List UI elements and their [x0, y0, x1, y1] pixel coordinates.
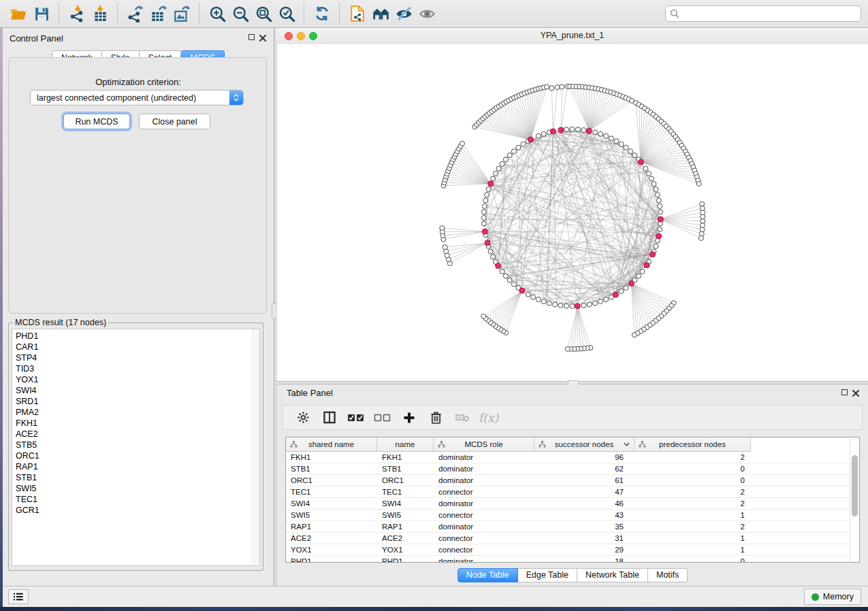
- mcds-node[interactable]: [488, 181, 494, 186]
- column-header-shared-name[interactable]: shared name: [286, 437, 377, 451]
- show-graphics-details-button[interactable]: [415, 3, 438, 24]
- cell-name[interactable]: TEC1: [377, 486, 434, 497]
- cell-shared-name[interactable]: RAP1: [286, 521, 377, 532]
- cell-MCDS-role[interactable]: connector: [434, 533, 534, 544]
- cell-predecessor-nodes[interactable]: 1: [634, 510, 751, 521]
- mcds-node[interactable]: [575, 303, 580, 309]
- cell-shared-name[interactable]: YOX1: [286, 544, 377, 555]
- deselect-all-columns-button[interactable]: [372, 408, 393, 427]
- refresh-button[interactable]: [310, 3, 334, 24]
- column-header-successor-nodes[interactable]: successor nodes: [534, 437, 634, 451]
- show-column-button[interactable]: [319, 408, 340, 427]
- open-session-button[interactable]: [7, 3, 30, 24]
- export-table-button[interactable]: [147, 3, 170, 24]
- cell-name[interactable]: SWI4: [377, 498, 434, 509]
- cell-predecessor-nodes[interactable]: 2: [634, 521, 751, 532]
- mcds-node[interactable]: [628, 281, 634, 286]
- cell-MCDS-role[interactable]: connector: [434, 510, 534, 521]
- mcds-result-item[interactable]: PHD1: [12, 331, 251, 342]
- mcds-node[interactable]: [550, 129, 556, 134]
- cell-predecessor-nodes[interactable]: 1: [634, 533, 751, 544]
- cell-name[interactable]: ORC1: [377, 475, 434, 486]
- export-network-button[interactable]: [124, 3, 147, 24]
- cell-MCDS-role[interactable]: dominator: [434, 452, 534, 463]
- cell-MCDS-role[interactable]: dominator: [434, 521, 534, 532]
- cell-shared-name[interactable]: SWI4: [286, 498, 377, 509]
- save-session-button[interactable]: [30, 3, 53, 24]
- mcds-result-item[interactable]: SRD1: [12, 396, 251, 407]
- tab-motifs[interactable]: Motifs: [648, 568, 688, 582]
- hide-graphics-details-button[interactable]: [392, 3, 415, 24]
- mcds-result-item[interactable]: CAR1: [12, 342, 251, 352]
- cell-predecessor-nodes[interactable]: 0: [634, 463, 751, 474]
- zoom-out-button[interactable]: [229, 3, 252, 24]
- tab-edge-table[interactable]: Edge Table: [518, 568, 577, 582]
- cell-successor-nodes[interactable]: 35: [534, 521, 634, 532]
- zoom-in-button[interactable]: [206, 3, 229, 24]
- mcds-node[interactable]: [644, 263, 649, 268]
- cell-MCDS-role[interactable]: dominator: [434, 475, 534, 486]
- show-task-history-button[interactable]: [8, 589, 29, 604]
- mcds-result-scrollbar[interactable]: [251, 329, 260, 566]
- function-builder-button[interactable]: f(x): [479, 411, 498, 425]
- create-column-button[interactable]: [399, 408, 419, 427]
- cell-predecessor-nodes[interactable]: 2: [634, 486, 751, 497]
- cell-successor-nodes[interactable]: 29: [534, 544, 634, 555]
- mcds-node[interactable]: [519, 288, 525, 293]
- mcds-result-item[interactable]: GCR1: [12, 505, 251, 516]
- mcds-result-item[interactable]: STP4: [12, 352, 251, 363]
- mcds-result-list[interactable]: PHD1CAR1STP4TID3YOX1SWI4SRD1PMA2FKH1ACE2…: [12, 329, 252, 566]
- table-row[interactable]: YOX1YOX1connector291: [286, 544, 859, 556]
- mcds-result-item[interactable]: ORC1: [12, 450, 251, 461]
- cell-shared-name[interactable]: ACE2: [286, 533, 377, 544]
- cell-successor-nodes[interactable]: 47: [534, 486, 634, 497]
- search-input[interactable]: [683, 8, 856, 19]
- mcds-node[interactable]: [586, 128, 592, 133]
- cell-successor-nodes[interactable]: 96: [534, 452, 634, 463]
- mcds-result-item[interactable]: SWI4: [12, 385, 251, 396]
- table-row[interactable]: ORC1ORC1dominator610: [286, 475, 859, 486]
- cell-name[interactable]: STB1: [377, 463, 434, 474]
- import-table-button[interactable]: [89, 3, 112, 24]
- cell-name[interactable]: ACE2: [377, 533, 434, 544]
- table-settings-button[interactable]: [293, 408, 313, 427]
- select-all-columns-button[interactable]: [346, 408, 366, 427]
- mcds-node[interactable]: [658, 216, 663, 222]
- table-scrollbar[interactable]: [850, 437, 859, 562]
- mcds-result-item[interactable]: SWI5: [12, 483, 251, 494]
- birds-eye-view-button[interactable]: [369, 3, 392, 24]
- tab-node-table[interactable]: Node Table: [457, 568, 518, 582]
- memory-button[interactable]: Memory: [804, 589, 861, 605]
- delete-table-button[interactable]: [452, 408, 472, 427]
- cell-successor-nodes[interactable]: 18: [534, 556, 634, 563]
- mcds-node[interactable]: [482, 229, 487, 234]
- cell-successor-nodes[interactable]: 62: [534, 463, 634, 474]
- cell-successor-nodes[interactable]: 61: [534, 475, 634, 486]
- cell-shared-name[interactable]: TEC1: [286, 486, 377, 497]
- mcds-node[interactable]: [613, 292, 618, 297]
- import-network-button[interactable]: [65, 3, 89, 24]
- cell-name[interactable]: FKH1: [377, 452, 434, 463]
- cell-shared-name[interactable]: FKH1: [286, 452, 377, 463]
- optimization-criterion-select[interactable]: largest connected component (undirected): [30, 90, 244, 105]
- mcds-result-item[interactable]: STB1: [12, 472, 251, 483]
- cell-MCDS-role[interactable]: dominator: [434, 498, 534, 509]
- cell-shared-name[interactable]: STB1: [286, 463, 377, 474]
- run-mcds-button[interactable]: Run MCDS: [63, 114, 130, 129]
- cell-predecessor-nodes[interactable]: 0: [634, 475, 751, 486]
- cell-predecessor-nodes[interactable]: 1: [634, 544, 751, 555]
- mcds-node[interactable]: [656, 233, 662, 239]
- tab-network-table[interactable]: Network Table: [577, 568, 648, 582]
- mcds-node[interactable]: [650, 252, 656, 257]
- cell-shared-name[interactable]: ORC1: [286, 475, 377, 486]
- column-header-MCDS-role[interactable]: MCDS role: [434, 437, 534, 451]
- mcds-result-item[interactable]: ACE2: [12, 429, 251, 440]
- cell-MCDS-role[interactable]: connector: [434, 486, 534, 497]
- cell-name[interactable]: RAP1: [377, 521, 434, 532]
- mcds-node[interactable]: [496, 263, 501, 269]
- mcds-result-item[interactable]: TEC1: [12, 494, 251, 505]
- cell-shared-name[interactable]: SWI5: [286, 510, 377, 521]
- cell-name[interactable]: PHD1: [377, 556, 434, 563]
- table-row[interactable]: FKH1FKH1dominator962: [286, 452, 859, 463]
- mcds-node[interactable]: [638, 159, 643, 165]
